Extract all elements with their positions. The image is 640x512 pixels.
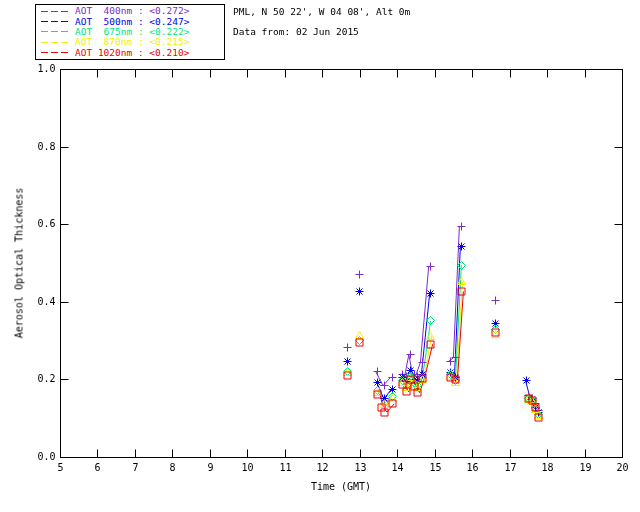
legend-item-400nm: AOT 400nm : <0.272> <box>41 6 224 16</box>
legend-box: AOT 400nm : <0.272>AOT 500nm : <0.247>AO… <box>35 4 225 60</box>
aot-plot-screen: AOT 400nm : <0.272>AOT 500nm : <0.247>AO… <box>0 0 640 512</box>
data-date: Data from: 02 Jun 2015 <box>233 26 359 37</box>
legend-line-sample <box>41 21 71 22</box>
legend-line-sample <box>41 11 71 12</box>
legend-label: AOT 400nm : <0.272> <box>75 6 189 16</box>
legend-line-sample <box>41 31 71 32</box>
plot-canvas <box>0 0 640 512</box>
legend-line-sample <box>41 42 71 43</box>
station-info: PML, N 50 22', W 04 08', Alt 0m <box>233 6 410 17</box>
legend-label: AOT 1020nm : <0.210> <box>75 48 189 58</box>
legend-item-870nm: AOT 870nm : <0.215> <box>41 37 224 47</box>
legend-label: AOT 870nm : <0.215> <box>75 37 189 47</box>
x-axis-title: Time (GMT) <box>311 481 371 492</box>
legend-line-sample <box>41 52 71 53</box>
y-axis-title: Aerosol Optical Thickness <box>14 188 25 339</box>
legend-item-1020nm: AOT 1020nm : <0.210> <box>41 48 224 58</box>
